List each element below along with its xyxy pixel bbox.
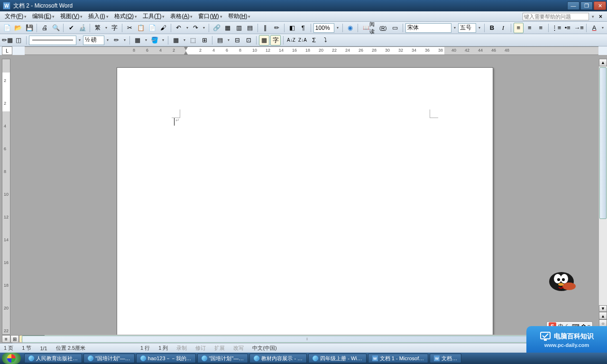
scroll-down-button[interactable]: ▼ [599, 305, 607, 312]
font-color-button[interactable]: A [589, 23, 599, 33]
shading-button[interactable]: 🪣 [149, 35, 160, 46]
sort-desc-button[interactable]: Z↓A [297, 35, 308, 46]
research-button[interactable]: 🔬 [77, 23, 87, 33]
numbering-button[interactable]: ⋮≡ [551, 23, 561, 33]
excel-button[interactable]: ▤ [245, 23, 255, 33]
open-button[interactable]: 📂 [13, 23, 23, 33]
taskbar-item[interactable]: W文档… [430, 354, 461, 363]
columns-button[interactable]: ‖ [260, 23, 270, 33]
font-size-combo[interactable]: 五号 [458, 23, 476, 33]
align-right-button[interactable]: ≡ [536, 23, 546, 33]
show-marks-button[interactable]: ¶ [298, 23, 308, 33]
text-direction-button[interactable]: 字 [270, 35, 281, 46]
tables-borders-button[interactable]: ▦ [223, 23, 233, 33]
normal-view-button[interactable]: ≡ [2, 335, 10, 343]
web-view-button[interactable]: ⊞ [10, 335, 19, 343]
print-button[interactable]: 🖨 [39, 23, 49, 33]
status-rec[interactable]: 录制 [176, 345, 187, 352]
close-doc-button[interactable]: × [596, 13, 605, 20]
drawing-button[interactable]: ✏ [271, 23, 281, 33]
border-color-button[interactable]: ✏ [111, 35, 121, 46]
prev-page-button[interactable]: ▴ [599, 312, 607, 319]
taskbar-item[interactable]: "国培计划"—… [83, 354, 135, 363]
hyperlink-button[interactable]: 🔗 [212, 23, 221, 33]
line-style-combo[interactable] [29, 36, 76, 45]
italic-button[interactable]: I [498, 23, 508, 33]
spellcheck-button[interactable]: ✔ [66, 23, 76, 33]
read-mode-button[interactable]: 📖 阅读(R) [360, 23, 389, 33]
dropdown-icon[interactable]: ▾ [104, 26, 109, 30]
taskbar-item[interactable]: 人民教育出版社… [24, 354, 82, 363]
close-button[interactable]: ✕ [594, 1, 606, 10]
print-preview-button[interactable]: 🔍 [51, 23, 61, 33]
document-page[interactable] [117, 67, 493, 335]
distribute-rows-button[interactable]: ⊟ [232, 35, 242, 46]
menu-window[interactable]: 窗口(W)▾ [195, 11, 225, 21]
menu-insert[interactable]: 插入(I)▾ [85, 11, 111, 21]
redo-button[interactable]: ↷ [191, 23, 201, 33]
ruler-toggle-button[interactable]: ▭ [390, 23, 400, 33]
line-weight-combo[interactable]: ½ 磅 [83, 36, 104, 45]
menu-format[interactable]: 格式(O)▾ [111, 11, 140, 21]
menu-table[interactable]: 表格(A)▾ [167, 11, 195, 21]
traditional-chinese-button[interactable]: 繁 [92, 23, 102, 33]
sort-asc-button[interactable]: A↓Z [286, 35, 296, 46]
taskbar-item[interactable]: "国培计划"—… [197, 354, 248, 363]
minimize-button[interactable]: — [567, 1, 579, 10]
taskbar-item[interactable]: hao123－－我的… [136, 354, 196, 363]
status-lang[interactable]: 中文(中国) [252, 345, 276, 352]
align-center-button[interactable]: ≡ [524, 23, 534, 33]
vertical-scrollbar[interactable]: ▲ ▼ ▴ ○ ▾ [598, 59, 607, 335]
start-button[interactable] [2, 353, 21, 364]
autoformat-button[interactable]: ▦ [259, 35, 269, 46]
chinese-layout-button[interactable]: 字 [110, 23, 120, 33]
toolbar-options-button[interactable]: ⤵ [320, 35, 331, 46]
vertical-ruler[interactable]: 2246810121416182022 [2, 59, 10, 335]
status-ext[interactable]: 扩展 [214, 345, 225, 352]
indent-button[interactable]: →≡ [573, 23, 584, 33]
hscroll-thumb[interactable] [22, 336, 585, 343]
font-combo[interactable]: 宋体 [405, 23, 452, 33]
distribute-cols-button[interactable]: ⊡ [243, 35, 254, 46]
insert-table-btn2[interactable]: ▦ [171, 35, 181, 46]
eraser-button[interactable]: ◫ [13, 35, 24, 46]
split-cells-button[interactable]: ⊞ [199, 35, 210, 46]
merge-cells-button[interactable]: ⬚ [188, 35, 198, 46]
bold-button[interactable]: B [487, 23, 497, 33]
menu-help[interactable]: 帮助(H)▾ [225, 11, 254, 21]
menu-view[interactable]: 视图(V)▾ [57, 11, 85, 21]
undo-button[interactable]: ↶ [174, 23, 184, 33]
format-painter-button[interactable]: 🖌 [158, 23, 168, 33]
doc-map-button[interactable]: ◧ [287, 23, 297, 33]
align-cells-button[interactable]: ▤ [215, 35, 225, 46]
qq-pet-icon[interactable] [544, 267, 579, 293]
align-left-button[interactable]: ≡ [514, 23, 524, 33]
borders-button[interactable]: ▦ [132, 35, 143, 46]
taskbar-item[interactable]: W文档 1 - Microsof… [368, 354, 429, 363]
zoom-combo[interactable]: 100% [313, 23, 334, 33]
paste-button[interactable]: 📄 [147, 23, 157, 33]
help-search-input[interactable] [523, 13, 589, 20]
taskbar-item[interactable]: 四年级上册 - Wi… [308, 354, 367, 363]
horizontal-ruler[interactable]: 8642246810121416182022242628303234363840… [25, 46, 598, 55]
status-ovr[interactable]: 改写 [233, 345, 244, 352]
insert-table-button[interactable]: ▥ [234, 23, 244, 33]
menu-edit[interactable]: 编辑(E)▾ [29, 11, 57, 21]
menu-file[interactable]: 文件(F)▾ [2, 11, 29, 21]
help-button[interactable]: ◉ [345, 23, 355, 33]
maximize-button[interactable]: ❐ [580, 1, 593, 10]
title-bar: W 文档 2 - Microsoft Word — ❐ ✕ [0, 0, 607, 11]
new-doc-button[interactable]: 📄 [2, 23, 12, 33]
scroll-thumb[interactable] [599, 67, 607, 219]
scroll-up-button[interactable]: ▲ [599, 59, 607, 66]
save-button[interactable]: 💾 [24, 23, 34, 33]
autosum-button[interactable]: Σ [309, 35, 319, 46]
menu-tools[interactable]: 工具(T)▾ [140, 11, 167, 21]
cut-button[interactable]: ✂ [125, 23, 135, 33]
tab-selector[interactable]: L [2, 46, 12, 55]
draw-table-button[interactable]: ✏▦ [2, 35, 12, 46]
taskbar-item[interactable]: 教材内容展示 - … [249, 354, 307, 363]
status-rev[interactable]: 修订 [195, 345, 206, 352]
copy-button[interactable]: 📋 [136, 23, 146, 33]
bullets-button[interactable]: •≡ [562, 23, 572, 33]
